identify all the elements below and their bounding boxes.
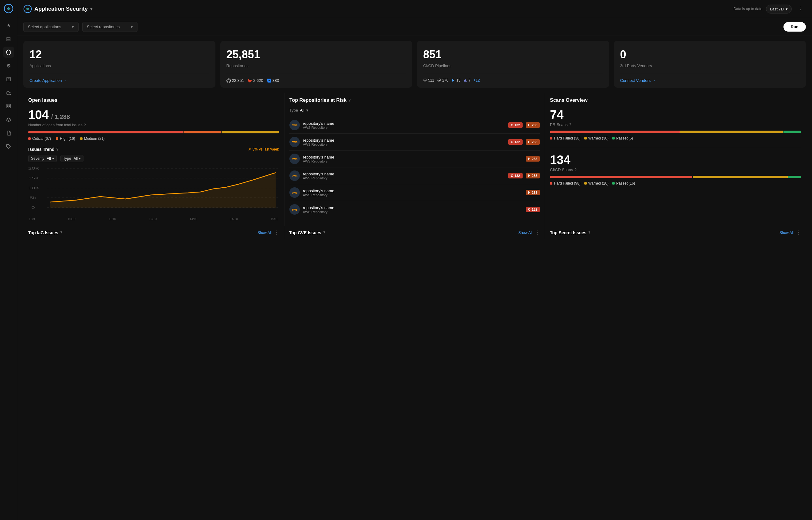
title-chevron[interactable]: ▾ [90, 6, 92, 11]
high-legend: High (16) [56, 136, 75, 141]
bitbucket-icon [267, 78, 271, 83]
sidebar-item-layers[interactable] [3, 114, 14, 125]
repo-name-2: repository's name [303, 155, 523, 159]
top-header: Application Security ▾ Data is up to dat… [17, 0, 812, 18]
bitbucket-count-text: 380 [272, 78, 279, 83]
time-chevron-icon: ▾ [786, 7, 788, 11]
trend-chart-svg: 20K 15K 10K 5k 0 [28, 166, 279, 215]
sidebar-item-file[interactable] [3, 128, 14, 138]
trend-label: vs last week [259, 147, 279, 152]
repo-info-2: repository's name AWS Repository [303, 155, 523, 163]
repo-row-3: aws repository's name AWS Repository C 1… [289, 167, 540, 184]
pr-warned-dot [584, 137, 587, 139]
secret-show-all[interactable]: Show All [780, 231, 794, 235]
badge-h-4: H 233 [526, 190, 540, 195]
applications-placeholder: Select applications [28, 25, 61, 29]
type-filter-trend[interactable]: Type All ▾ [60, 155, 83, 162]
sidebar-item-shield[interactable] [3, 47, 14, 58]
repo-type-3: AWS Repository [303, 176, 505, 180]
trend-help-icon[interactable]: ? [56, 147, 58, 152]
cve-more-button[interactable]: ⋮ [535, 230, 540, 235]
trend-filter-row: Severity All ▾ Type All ▾ [28, 155, 279, 162]
jenkins-count: 521 [423, 78, 434, 82]
vendors-label: 3rd Party Vendors [620, 63, 800, 68]
svg-point-15 [424, 80, 426, 81]
top-repos-panel: Top Repositories at Risk ? Type All ▾ aw… [284, 93, 545, 226]
svg-marker-30 [50, 173, 276, 208]
connect-vendors-link[interactable]: Connect Vendors → [620, 78, 800, 83]
iac-help-icon[interactable]: ? [60, 231, 62, 235]
repositories-card: 25,851 Repositories 22,851 2,620 [220, 41, 413, 88]
iac-more-button[interactable]: ⋮ [274, 230, 279, 235]
vendors-card: 0 3rd Party Vendors Connect Vendors → [614, 41, 806, 88]
type-label-trend: Type [63, 156, 71, 161]
svg-text:10K: 10K [28, 186, 40, 190]
sidebar-item-grid[interactable] [3, 101, 14, 112]
high-dot [56, 137, 58, 140]
svg-text:5k: 5k [29, 196, 36, 200]
severity-filter[interactable]: Severity All ▾ [28, 155, 57, 162]
pr-passed-label: Passed(6) [616, 136, 633, 140]
svg-point-13 [27, 8, 28, 9]
cicd-scans-help-icon[interactable]: ? [574, 168, 576, 172]
svg-text:15K: 15K [28, 177, 40, 180]
repo-type-1: AWS Repository [303, 142, 505, 146]
pr-passed-legend: Passed(6) [612, 136, 633, 140]
cve-show-all[interactable]: Show All [518, 231, 533, 235]
repo-info-4: repository's name AWS Repository [303, 188, 523, 197]
pr-scans-help-icon[interactable]: ? [569, 123, 571, 127]
applications-filter[interactable]: Select applications ▾ [23, 22, 78, 32]
sidebar-item-cloud[interactable] [3, 87, 14, 98]
trend-arrow: ↗ [248, 147, 251, 152]
cicd-warned-dot [584, 182, 587, 185]
create-application-link[interactable]: Create Application → [29, 78, 209, 83]
aws-icon-0: aws [289, 120, 300, 130]
run-button[interactable]: Run [784, 22, 806, 32]
badge-c-5: C 132 [526, 207, 540, 212]
secret-help-icon[interactable]: ? [588, 231, 590, 235]
repo-icons-row: 22,851 2,620 380 [226, 78, 406, 83]
bottom-secret-title: Top Secret Issues ? [550, 230, 590, 235]
bitbucket-count: 380 [267, 78, 279, 83]
time-range-button[interactable]: Last 7D ▾ [766, 5, 792, 14]
sidebar-item-star[interactable]: ★ [3, 20, 14, 31]
pr-scans-legend: Hard Failed (38) Warned (30) Passed(6) [550, 136, 801, 140]
open-issues-title: Open Issues [28, 98, 279, 103]
sidebar-item-reports[interactable] [3, 74, 14, 85]
github-actions-count: 13 [451, 78, 460, 82]
cve-help-icon[interactable]: ? [323, 231, 325, 235]
repo-type-label: Type [289, 108, 298, 112]
x-label-0: 10/9 [29, 217, 35, 221]
iac-show-all[interactable]: Show All [257, 231, 272, 235]
issue-count-total: / 1,288 [51, 113, 70, 121]
middle-grid: Open Issues 104 / 1,288 Number of open f… [17, 93, 812, 226]
github-count-text: 22,851 [232, 78, 244, 83]
bottom-cve-actions: Show All ⋮ [518, 230, 540, 235]
header-more-button[interactable]: ⋮ [795, 4, 806, 14]
vendors-number: 0 [620, 48, 800, 61]
sidebar-item-tag[interactable] [3, 141, 14, 152]
pr-failed-seg [550, 131, 680, 133]
open-issues-help-icon[interactable]: ? [84, 123, 86, 127]
trend-chart-area: 20K 15K 10K 5k 0 [28, 166, 279, 215]
app-logo[interactable] [4, 4, 14, 14]
cicd-passed-label: Passed(16) [616, 181, 635, 185]
critical-label: Critical (67) [32, 136, 51, 141]
data-status: Data is up to date [734, 7, 762, 11]
repo-type-chevron[interactable]: ▾ [306, 108, 309, 112]
repositories-filter[interactable]: Select repositories ▾ [82, 22, 138, 32]
repo-row-1: aws repository's name AWS Repository C 1… [289, 134, 540, 151]
sidebar-item-gear[interactable]: ⚙ [3, 60, 14, 71]
badge-c-1: C 132 [508, 139, 522, 145]
sidebar-item-list[interactable]: ▤ [3, 33, 14, 44]
app-title-container: Application Security ▾ [23, 5, 92, 13]
repo-type-value[interactable]: All [300, 108, 304, 112]
aws-icon-5: aws [289, 204, 300, 215]
pr-failed-legend: Hard Failed (38) [550, 136, 581, 140]
top-repos-help-icon[interactable]: ? [348, 98, 350, 102]
svg-point-17 [439, 80, 440, 81]
pr-scans-number: 74 [550, 108, 801, 122]
jenkins-count-text: 521 [428, 78, 434, 82]
scans-divider [550, 148, 801, 148]
secret-more-button[interactable]: ⋮ [796, 230, 801, 235]
